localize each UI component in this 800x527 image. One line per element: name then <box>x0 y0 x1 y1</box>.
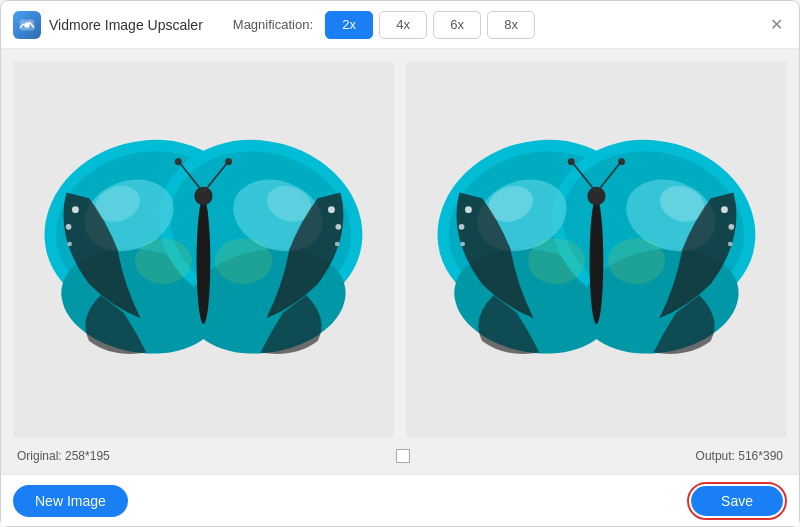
images-row <box>13 61 787 438</box>
save-button[interactable]: Save <box>691 486 783 516</box>
app-window: Vidmore Image Upscaler Magnification: 2x… <box>0 0 800 527</box>
app-title: Vidmore Image Upscaler <box>49 17 203 33</box>
output-info: Output: 516*390 <box>696 449 783 463</box>
svg-point-45 <box>587 187 605 205</box>
original-butterfly <box>32 80 375 419</box>
svg-point-41 <box>721 206 728 213</box>
mag-4x-button[interactable]: 4x <box>379 11 427 39</box>
info-bar: Original: 258*195 Output: 516*390 <box>13 438 787 474</box>
svg-point-24 <box>225 158 232 165</box>
footer: New Image Save <box>1 474 799 526</box>
original-info: Original: 258*195 <box>17 449 110 463</box>
svg-point-49 <box>618 158 625 165</box>
svg-point-39 <box>459 224 465 230</box>
app-icon <box>13 11 41 39</box>
mag-6x-button[interactable]: 6x <box>433 11 481 39</box>
svg-point-16 <box>328 206 335 213</box>
titlebar: Vidmore Image Upscaler Magnification: 2x… <box>1 1 799 49</box>
svg-point-20 <box>194 187 212 205</box>
svg-point-18 <box>335 241 340 246</box>
svg-point-43 <box>728 241 733 246</box>
magnification-buttons: 2x 4x 6x 8x <box>325 11 535 39</box>
mag-8x-button[interactable]: 8x <box>487 11 535 39</box>
magnification-label: Magnification: <box>233 17 313 32</box>
new-image-button[interactable]: New Image <box>13 485 128 517</box>
svg-point-38 <box>465 206 472 213</box>
save-button-wrapper: Save <box>687 482 787 520</box>
original-image-panel <box>13 61 394 438</box>
svg-point-14 <box>66 224 72 230</box>
svg-point-47 <box>568 158 575 165</box>
svg-point-25 <box>135 238 192 284</box>
mag-2x-button[interactable]: 2x <box>325 11 373 39</box>
svg-point-15 <box>67 241 72 246</box>
svg-point-44 <box>590 198 604 324</box>
close-button[interactable]: ✕ <box>765 13 787 35</box>
svg-point-13 <box>72 206 79 213</box>
svg-point-17 <box>336 224 342 230</box>
svg-point-19 <box>197 198 211 324</box>
svg-point-22 <box>175 158 182 165</box>
main-content: Original: 258*195 Output: 516*390 <box>1 49 799 474</box>
svg-point-40 <box>460 241 465 246</box>
output-image-panel <box>406 61 787 438</box>
svg-point-51 <box>608 238 665 284</box>
output-butterfly <box>425 80 768 419</box>
svg-point-50 <box>528 238 585 284</box>
svg-point-42 <box>729 224 735 230</box>
compare-checkbox[interactable] <box>396 449 410 463</box>
svg-point-26 <box>215 238 272 284</box>
